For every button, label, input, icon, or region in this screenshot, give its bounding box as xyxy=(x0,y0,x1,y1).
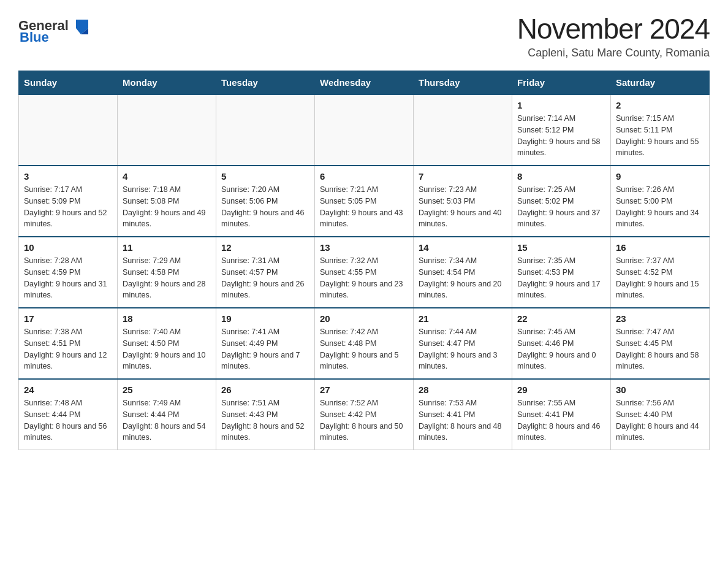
weekday-header-row: SundayMondayTuesdayWednesdayThursdayFrid… xyxy=(19,71,710,95)
day-info: Sunrise: 7:51 AM Sunset: 4:43 PM Dayligh… xyxy=(221,397,309,443)
day-number: 23 xyxy=(616,313,704,324)
day-number: 13 xyxy=(320,242,408,253)
day-number: 19 xyxy=(221,313,309,324)
calendar-cell: 7Sunrise: 7:23 AM Sunset: 5:03 PM Daylig… xyxy=(414,166,512,237)
weekday-header-tuesday: Tuesday xyxy=(216,71,315,95)
day-info: Sunrise: 7:42 AM Sunset: 4:48 PM Dayligh… xyxy=(320,326,408,372)
logo-icon xyxy=(71,17,91,34)
day-number: 14 xyxy=(419,242,507,253)
calendar-cell xyxy=(118,94,216,166)
day-number: 26 xyxy=(221,385,309,395)
day-number: 22 xyxy=(517,313,605,324)
day-number: 15 xyxy=(517,242,605,253)
day-number: 2 xyxy=(616,100,704,110)
calendar-cell: 6Sunrise: 7:21 AM Sunset: 5:05 PM Daylig… xyxy=(315,166,414,237)
day-number: 4 xyxy=(123,171,211,182)
day-info: Sunrise: 7:29 AM Sunset: 4:58 PM Dayligh… xyxy=(123,255,211,301)
day-info: Sunrise: 7:31 AM Sunset: 4:57 PM Dayligh… xyxy=(221,255,309,301)
calendar-cell: 14Sunrise: 7:34 AM Sunset: 4:54 PM Dayli… xyxy=(414,237,512,308)
day-info: Sunrise: 7:41 AM Sunset: 4:49 PM Dayligh… xyxy=(221,326,309,372)
day-info: Sunrise: 7:34 AM Sunset: 4:54 PM Dayligh… xyxy=(419,255,507,301)
calendar-cell: 28Sunrise: 7:53 AM Sunset: 4:41 PM Dayli… xyxy=(414,379,512,450)
weekday-header-thursday: Thursday xyxy=(414,71,512,95)
calendar-cell: 13Sunrise: 7:32 AM Sunset: 4:55 PM Dayli… xyxy=(315,237,414,308)
calendar-cell: 1Sunrise: 7:14 AM Sunset: 5:12 PM Daylig… xyxy=(512,94,611,166)
calendar-cell: 12Sunrise: 7:31 AM Sunset: 4:57 PM Dayli… xyxy=(216,237,315,308)
calendar-cell: 8Sunrise: 7:25 AM Sunset: 5:02 PM Daylig… xyxy=(512,166,611,237)
day-info: Sunrise: 7:45 AM Sunset: 4:46 PM Dayligh… xyxy=(517,326,605,372)
day-number: 20 xyxy=(320,313,408,324)
day-info: Sunrise: 7:20 AM Sunset: 5:06 PM Dayligh… xyxy=(221,184,309,230)
day-info: Sunrise: 7:14 AM Sunset: 5:12 PM Dayligh… xyxy=(517,113,605,159)
day-number: 1 xyxy=(517,100,605,110)
day-info: Sunrise: 7:18 AM Sunset: 5:08 PM Dayligh… xyxy=(123,184,211,230)
day-number: 25 xyxy=(123,385,211,395)
day-number: 30 xyxy=(616,385,704,395)
calendar-cell: 23Sunrise: 7:47 AM Sunset: 4:45 PM Dayli… xyxy=(611,308,710,379)
calendar-cell: 20Sunrise: 7:42 AM Sunset: 4:48 PM Dayli… xyxy=(315,308,414,379)
day-number: 17 xyxy=(24,313,112,324)
day-info: Sunrise: 7:35 AM Sunset: 4:53 PM Dayligh… xyxy=(517,255,605,301)
day-number: 21 xyxy=(419,313,507,324)
calendar-cell: 5Sunrise: 7:20 AM Sunset: 5:06 PM Daylig… xyxy=(216,166,315,237)
weekday-header-sunday: Sunday xyxy=(19,71,118,95)
day-number: 7 xyxy=(419,171,507,182)
calendar-cell xyxy=(315,94,414,166)
calendar-cell: 9Sunrise: 7:26 AM Sunset: 5:00 PM Daylig… xyxy=(611,166,710,237)
calendar-cell: 4Sunrise: 7:18 AM Sunset: 5:08 PM Daylig… xyxy=(118,166,216,237)
day-info: Sunrise: 7:23 AM Sunset: 5:03 PM Dayligh… xyxy=(419,184,507,230)
calendar-title-area: November 2024 Capleni, Satu Mare County,… xyxy=(517,12,710,59)
location-subtitle: Capleni, Satu Mare County, Romania xyxy=(517,47,710,59)
week-row-3: 10Sunrise: 7:28 AM Sunset: 4:59 PM Dayli… xyxy=(19,237,710,308)
calendar-cell: 21Sunrise: 7:44 AM Sunset: 4:47 PM Dayli… xyxy=(414,308,512,379)
calendar-cell: 10Sunrise: 7:28 AM Sunset: 4:59 PM Dayli… xyxy=(19,237,118,308)
day-number: 29 xyxy=(517,385,605,395)
day-number: 5 xyxy=(221,171,309,182)
day-number: 8 xyxy=(517,171,605,182)
day-number: 28 xyxy=(419,385,507,395)
calendar-cell: 22Sunrise: 7:45 AM Sunset: 4:46 PM Dayli… xyxy=(512,308,611,379)
calendar-cell: 26Sunrise: 7:51 AM Sunset: 4:43 PM Dayli… xyxy=(216,379,315,450)
page-header: General Blue November 2024 Capleni, Satu… xyxy=(18,12,710,59)
day-number: 10 xyxy=(24,242,112,253)
calendar-cell: 16Sunrise: 7:37 AM Sunset: 4:52 PM Dayli… xyxy=(611,237,710,308)
day-info: Sunrise: 7:53 AM Sunset: 4:41 PM Dayligh… xyxy=(419,397,507,443)
day-info: Sunrise: 7:56 AM Sunset: 4:40 PM Dayligh… xyxy=(616,397,704,443)
weekday-header-wednesday: Wednesday xyxy=(315,71,414,95)
day-info: Sunrise: 7:40 AM Sunset: 4:50 PM Dayligh… xyxy=(123,326,211,372)
day-info: Sunrise: 7:25 AM Sunset: 5:02 PM Dayligh… xyxy=(517,184,605,230)
day-number: 6 xyxy=(320,171,408,182)
day-info: Sunrise: 7:38 AM Sunset: 4:51 PM Dayligh… xyxy=(24,326,112,372)
calendar-cell: 11Sunrise: 7:29 AM Sunset: 4:58 PM Dayli… xyxy=(118,237,216,308)
week-row-1: 1Sunrise: 7:14 AM Sunset: 5:12 PM Daylig… xyxy=(19,94,710,166)
calendar-cell xyxy=(19,94,118,166)
day-info: Sunrise: 7:15 AM Sunset: 5:11 PM Dayligh… xyxy=(616,113,704,159)
calendar-cell: 27Sunrise: 7:52 AM Sunset: 4:42 PM Dayli… xyxy=(315,379,414,450)
week-row-5: 24Sunrise: 7:48 AM Sunset: 4:44 PM Dayli… xyxy=(19,379,710,450)
calendar-cell xyxy=(414,94,512,166)
calendar-cell: 24Sunrise: 7:48 AM Sunset: 4:44 PM Dayli… xyxy=(19,379,118,450)
calendar-cell: 25Sunrise: 7:49 AM Sunset: 4:44 PM Dayli… xyxy=(118,379,216,450)
day-info: Sunrise: 7:47 AM Sunset: 4:45 PM Dayligh… xyxy=(616,326,704,372)
day-info: Sunrise: 7:55 AM Sunset: 4:41 PM Dayligh… xyxy=(517,397,605,443)
calendar-table: SundayMondayTuesdayWednesdayThursdayFrid… xyxy=(18,71,710,450)
weekday-header-friday: Friday xyxy=(512,71,611,95)
day-info: Sunrise: 7:48 AM Sunset: 4:44 PM Dayligh… xyxy=(24,397,112,443)
day-info: Sunrise: 7:32 AM Sunset: 4:55 PM Dayligh… xyxy=(320,255,408,301)
day-number: 27 xyxy=(320,385,408,395)
calendar-cell: 30Sunrise: 7:56 AM Sunset: 4:40 PM Dayli… xyxy=(611,379,710,450)
day-number: 24 xyxy=(24,385,112,395)
logo-blue-text: Blue xyxy=(20,29,49,45)
day-info: Sunrise: 7:21 AM Sunset: 5:05 PM Dayligh… xyxy=(320,184,408,230)
weekday-header-monday: Monday xyxy=(118,71,216,95)
calendar-cell: 2Sunrise: 7:15 AM Sunset: 5:11 PM Daylig… xyxy=(611,94,710,166)
week-row-2: 3Sunrise: 7:17 AM Sunset: 5:09 PM Daylig… xyxy=(19,166,710,237)
day-info: Sunrise: 7:49 AM Sunset: 4:44 PM Dayligh… xyxy=(123,397,211,443)
day-number: 3 xyxy=(24,171,112,182)
calendar-cell: 3Sunrise: 7:17 AM Sunset: 5:09 PM Daylig… xyxy=(19,166,118,237)
calendar-cell: 19Sunrise: 7:41 AM Sunset: 4:49 PM Dayli… xyxy=(216,308,315,379)
calendar-cell: 29Sunrise: 7:55 AM Sunset: 4:41 PM Dayli… xyxy=(512,379,611,450)
day-number: 16 xyxy=(616,242,704,253)
day-number: 11 xyxy=(123,242,211,253)
day-info: Sunrise: 7:17 AM Sunset: 5:09 PM Dayligh… xyxy=(24,184,112,230)
